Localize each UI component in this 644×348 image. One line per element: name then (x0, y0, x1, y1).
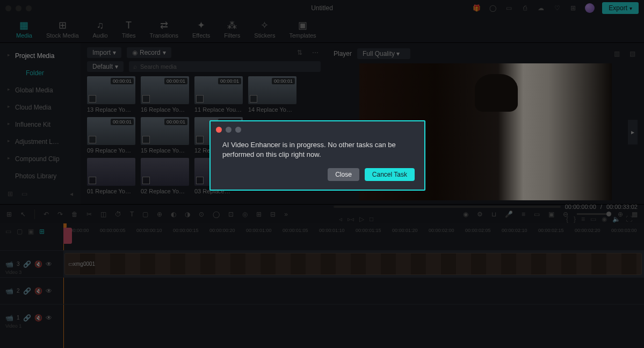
modal-titlebar (211, 121, 424, 135)
modal-min-icon[interactable] (226, 127, 231, 133)
modal-max-icon[interactable] (235, 127, 241, 133)
modal-message: AI Video Enhancer is in progress. No oth… (211, 135, 424, 168)
modal-actions: Close Cancel Task (211, 168, 424, 190)
modal: AI Video Enhancer is in progress. No oth… (209, 120, 425, 191)
close-button[interactable]: Close (328, 168, 359, 181)
modal-close-icon[interactable] (216, 127, 222, 133)
cancel-task-button[interactable]: Cancel Task (365, 168, 415, 181)
